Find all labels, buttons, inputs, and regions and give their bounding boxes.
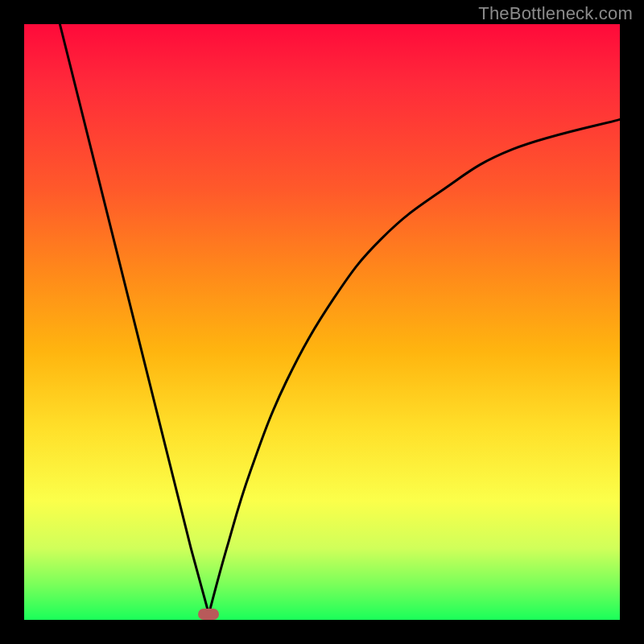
watermark-label: TheBottleneck.com bbox=[478, 3, 633, 24]
bottleneck-curve bbox=[24, 24, 620, 620]
plot-area bbox=[24, 24, 620, 620]
outer-frame: TheBottleneck.com bbox=[0, 0, 644, 644]
minimum-marker bbox=[198, 609, 219, 620]
